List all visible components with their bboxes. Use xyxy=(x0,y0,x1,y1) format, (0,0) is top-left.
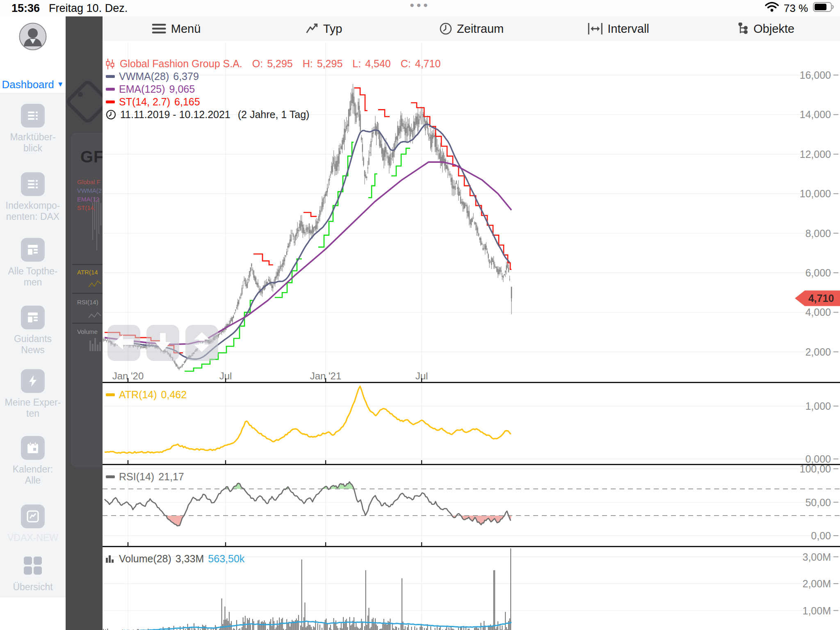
chart-image-icon xyxy=(21,504,45,528)
y-axis-label: 8,000 xyxy=(805,228,831,239)
mini-sparklines xyxy=(66,16,103,630)
toolbar-item-zeitraum[interactable]: Zeitraum xyxy=(440,16,504,41)
chart-type-icon xyxy=(306,23,318,34)
expand-vertical-button[interactable] xyxy=(185,325,218,361)
toolbar-item-label: Objekte xyxy=(753,22,794,36)
low-label: L: xyxy=(352,57,361,70)
date-range-row: 11.11.2019 - 10.12.2021 (2 Jahre, 1 Tag) xyxy=(106,108,441,121)
y-axis-label: 2,000 xyxy=(805,346,831,358)
open-value: 5,295 xyxy=(267,57,293,70)
high-label: H: xyxy=(303,57,313,70)
toolbar-item-typ[interactable]: Typ xyxy=(306,16,342,41)
sidebar-item-label: Alle Topthe-men xyxy=(0,266,66,288)
chart-toolbar: MenüTypZeitraumIntervallObjekte xyxy=(103,16,840,41)
sidebar-item-übersicht[interactable]: Übersicht xyxy=(0,554,66,593)
scroll-down-button[interactable] xyxy=(146,325,179,361)
mini-legend-row: VWMA(2 xyxy=(77,187,102,194)
sidebar-item-kalenderalle[interactable]: Kalender:Alle xyxy=(0,436,66,486)
sidebar-item-alletopthe-men[interactable]: Alle Topthe-men xyxy=(0,238,66,288)
multitask-handle-icon[interactable]: ••• xyxy=(0,0,840,12)
y-axis-label: 0,00 xyxy=(811,530,831,541)
screen: 15:36 Freitag 10. Dez. ••• 73 % MenüTypZ… xyxy=(0,0,840,630)
atr-label: ATR(14) xyxy=(119,389,157,401)
atr-legend: ATR(14) 0,462 xyxy=(106,389,187,401)
y-axis-label: 50,00 xyxy=(805,497,831,508)
ema-label: EMA(125) xyxy=(119,83,165,96)
symbol-name: Global Fashion Group S.A. xyxy=(120,57,242,70)
toolbar-item-label: Menü xyxy=(171,22,201,36)
sidebar-item-indexkompo-nentendax[interactable]: Indexkompo-nenten: DAX xyxy=(0,172,66,222)
mini-legend-row: ST(14, xyxy=(77,204,96,211)
volume-legend: Volume(28) 3,33M 563,50k xyxy=(106,553,244,565)
dimmed-dashboard-strip[interactable]: GFG Global FVWMA(2EMA(12ST(14, ATR(14RSI… xyxy=(66,16,103,630)
sidebar-item-marktüber-blick[interactable]: Marktüber-blick xyxy=(0,104,66,154)
toolbar-item-objekte[interactable]: Objekte xyxy=(738,16,794,41)
clock-icon xyxy=(106,110,116,120)
vwma-legend-row: VWMA(28) 6,379 xyxy=(106,70,441,83)
hamburger-icon xyxy=(152,23,166,34)
low-value: 4,540 xyxy=(365,57,391,70)
symbol-legend-row: Global Fashion Group S.A. O: 5,295 H: 5,… xyxy=(106,57,441,70)
status-bar: 15:36 Freitag 10. Dez. ••• 73 % xyxy=(0,0,840,17)
toolbar-item-menü[interactable]: Menü xyxy=(152,16,201,41)
arrow-down-icon xyxy=(154,333,171,353)
arrow-left-icon xyxy=(114,334,134,352)
arrows-updown-icon xyxy=(193,332,210,354)
lightning-icon xyxy=(21,369,45,393)
ema-value: 9,065 xyxy=(169,83,195,96)
vwma-label: VWMA(28) xyxy=(119,70,169,83)
sidebar-item-label: Meine Exper-ten xyxy=(0,397,66,419)
last-price-tag: 4,710 xyxy=(808,292,834,304)
atr-value: 0,462 xyxy=(161,389,187,401)
avatar[interactable] xyxy=(19,23,47,52)
sidebar-item-label: GuidantsNews xyxy=(0,333,66,356)
volume-ma-value: 563,50k xyxy=(208,553,244,565)
volume-value: 3,33M xyxy=(176,553,204,565)
calendar-icon xyxy=(21,436,45,460)
close-value: 4,710 xyxy=(415,57,441,70)
mini-legend-row: EMA(12 xyxy=(77,196,99,203)
mini-pane-label: Volume xyxy=(77,328,98,335)
toolbar-item-label: Zeitraum xyxy=(457,22,504,36)
toolbar-item-intervall[interactable]: Intervall xyxy=(588,16,649,41)
sidebar-item-label: VDAX-NEW xyxy=(0,532,66,543)
y-axis-label: 1,00M xyxy=(803,605,831,616)
y-axis-label: 2,00M xyxy=(803,578,831,589)
clock-icon xyxy=(440,23,452,35)
chart-legend: Global Fashion Group S.A. O: 5,295 H: 5,… xyxy=(106,57,441,121)
dashboard-selector[interactable]: Dashboard ▼ xyxy=(0,76,66,94)
rsi-label: RSI(14) xyxy=(119,471,154,483)
y-axis-label: 12,000 xyxy=(800,148,831,160)
close-label: C: xyxy=(401,57,411,70)
list-lines-icon xyxy=(21,172,45,196)
objects-icon xyxy=(738,23,749,35)
volume-bars-icon xyxy=(106,555,115,564)
interval-icon xyxy=(588,23,603,34)
supertrend-dash-icon xyxy=(106,100,115,103)
sidebar-item-label: Kalender:Alle xyxy=(0,464,66,486)
rsi-legend: RSI(14) 21,17 xyxy=(106,471,184,483)
sidebar-item-vdax-new[interactable]: VDAX-NEW xyxy=(0,504,66,543)
y-axis-label: 1,000 xyxy=(805,400,831,412)
sidebar-item-guidantsnews[interactable]: GuidantsNews xyxy=(0,306,66,356)
mini-pane-label: RSI(14) xyxy=(77,299,98,306)
date-range-duration: (2 Jahre, 1 Tag) xyxy=(238,108,310,121)
news-card-icon xyxy=(21,238,45,262)
ema-legend-row: EMA(125) 9,065 xyxy=(106,83,441,96)
mini-pane-label: ATR(14 xyxy=(77,269,98,276)
grid-icon xyxy=(21,554,45,578)
volume-label: Volume(28) xyxy=(119,553,171,565)
toolbar-item-label: Intervall xyxy=(607,22,649,36)
list-lines-icon xyxy=(21,104,45,128)
y-axis-label: 3,00M xyxy=(803,551,831,563)
scroll-left-button[interactable] xyxy=(107,325,140,361)
sidebar-item-label: Übersicht xyxy=(0,582,66,593)
sidebar-item-meineexper-ten[interactable]: Meine Exper-ten xyxy=(0,369,66,419)
date-range: 11.11.2019 - 10.12.2021 xyxy=(120,108,231,121)
dashboard-label: Dashboard xyxy=(2,78,54,91)
y-axis-label: 6,000 xyxy=(805,267,831,278)
high-value: 5,295 xyxy=(317,57,343,70)
chart-area[interactable]: 16,00014,00012,00010,0008,0006,0004,0002… xyxy=(103,41,840,630)
y-axis-label: 14,000 xyxy=(800,109,831,120)
chevron-down-icon: ▼ xyxy=(57,80,64,89)
